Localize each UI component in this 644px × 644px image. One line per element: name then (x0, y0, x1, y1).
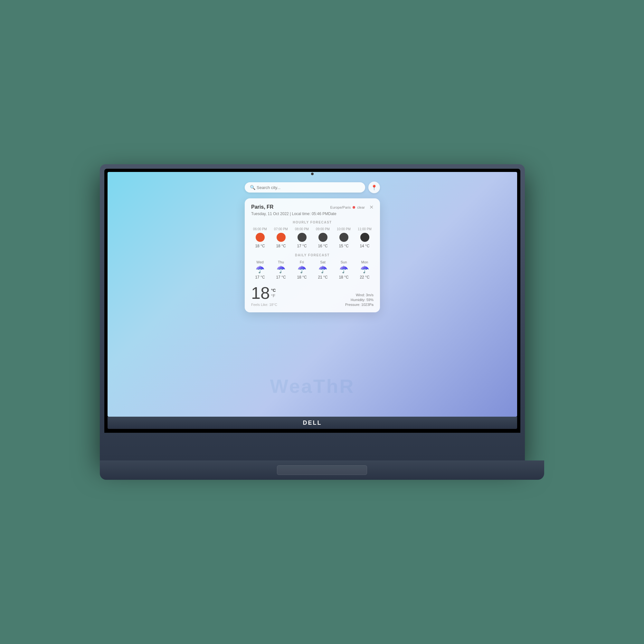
hourly-forecast: 06:00 PM 18 °C 07:00 PM 18 °C (251, 227, 374, 248)
laptop-lid: WeaThR 🔍 📍 (100, 164, 525, 460)
laptop-base (100, 460, 544, 480)
current-temperature: 18 (251, 285, 270, 301)
weather-card: Paris, FR Europe/Paris clear ✕ Tuesday, … (245, 198, 380, 312)
timezone-label: Europe/Paris (330, 205, 351, 209)
hour-item-2: 08:00 PM 17 °C (293, 227, 311, 248)
hour-time-2: 08:00 PM (295, 227, 309, 231)
fahrenheit-button[interactable]: °F (271, 293, 276, 298)
day-label-mon: Mon (361, 260, 368, 264)
celsius-button[interactable]: °C (271, 288, 276, 293)
day-item-thu: Thu ☂️ 17 °C (272, 260, 290, 279)
hour-item-0: 06:00 PM 18 °C (251, 227, 269, 248)
hour-icon-0 (256, 233, 265, 242)
search-input-container[interactable]: 🔍 (245, 182, 365, 193)
search-bar-area: 🔍 📍 (245, 182, 380, 193)
hour-temp-4: 15 °C (339, 244, 348, 248)
location-button[interactable]: 📍 (368, 182, 380, 193)
dell-logo: DELL (303, 420, 322, 426)
hour-time-4: 10:00 PM (337, 227, 351, 231)
day-item-sat: Sat ☂️ 21 °C (314, 260, 332, 279)
hour-icon-5 (360, 233, 369, 242)
pressure-stat: Pressure: 1023Pa (345, 303, 374, 307)
hour-icon-4 (339, 233, 348, 242)
day-temp-thu: 17 °C (276, 275, 286, 279)
hour-time-1: 07:00 PM (274, 227, 288, 231)
day-label-wed: Wed (256, 260, 263, 264)
hour-item-4: 10:00 PM 15 °C (335, 227, 353, 248)
day-temp-mon: 22 °C (360, 275, 369, 279)
hour-temp-5: 14 °C (360, 244, 369, 248)
hour-icon-2 (298, 233, 307, 242)
day-temp-sun: 18 °C (339, 275, 348, 279)
day-icon-sun: ☂️ (339, 265, 348, 274)
day-label-sat: Sat (320, 260, 326, 264)
laptop: WeaThR 🔍 📍 (100, 164, 544, 480)
hour-temp-0: 18 °C (255, 244, 265, 248)
current-temp-area: 18 °C °F Feels Like: 18°C (251, 285, 277, 307)
scene: WeaThR 🔍 📍 (100, 164, 544, 480)
day-item-mon: Mon ☂️ 22 °C (356, 260, 374, 279)
current-section: 18 °C °F Feels Like: 18°C (251, 285, 374, 307)
search-input[interactable] (257, 185, 360, 190)
day-temp-wed: 17 °C (255, 275, 265, 279)
day-label-thu: Thu (278, 260, 284, 264)
day-icon-wed: ☂️ (256, 265, 264, 274)
temp-units: °C °F (271, 288, 276, 298)
screen: WeaThR 🔍 📍 (108, 172, 517, 417)
feels-like: Feels Like: 18°C (251, 303, 277, 307)
location-icon: 📍 (371, 185, 377, 191)
weather-stats: Wind: 3m/s Humidity: 59% Pressure: 1023P… (345, 293, 374, 307)
hour-time-3: 09:00 PM (316, 227, 330, 231)
laptop-bottom-bar: DELL (108, 417, 517, 429)
city-name: Paris, FR (251, 204, 273, 210)
wind-stat: Wind: 3m/s (356, 293, 374, 297)
search-icon: 🔍 (250, 185, 255, 190)
day-temp-sat: 21 °C (318, 275, 327, 279)
daily-label: DAILY FORECAST (251, 253, 374, 257)
hour-temp-2: 17 °C (297, 244, 307, 248)
day-icon-thu: ☂️ (277, 265, 285, 274)
hour-temp-3: 16 °C (318, 244, 327, 248)
camera-dot (311, 173, 314, 175)
temp-main: 18 °C °F (251, 285, 277, 301)
day-label-sun: Sun (341, 260, 347, 264)
hour-icon-1 (277, 233, 286, 242)
day-item-wed: Wed ☂️ 17 °C (251, 260, 269, 279)
timezone-dot (353, 206, 355, 209)
hourly-label: HOURLY FORECAST (251, 221, 374, 224)
daily-forecast: Wed ☂️ 17 °C Thu ☂️ 17 °C (251, 260, 374, 279)
timezone-status: clear (357, 205, 365, 209)
watermark: WeaThR (270, 375, 355, 397)
hour-item-1: 07:00 PM 18 °C (272, 227, 290, 248)
day-icon-fri: ☂️ (298, 265, 306, 274)
hour-item-3: 09:00 PM 16 °C (314, 227, 332, 248)
day-temp-fri: 18 °C (297, 275, 307, 279)
api-credit: OpenWeatherMap API (347, 307, 376, 310)
weather-app: 🔍 📍 Paris, FR (108, 182, 517, 312)
date-time: Tuesday, 11 Oct 2022 | Local time: 05:46… (251, 212, 374, 216)
hour-time-0: 06:00 PM (253, 227, 267, 231)
hour-temp-1: 18 °C (276, 244, 286, 248)
day-item-fri: Fri ☂️ 18 °C (293, 260, 311, 279)
hour-item-5: 11:00 PM 14 °C (356, 227, 374, 248)
day-item-sun: Sun ☂️ 18 °C (335, 260, 353, 279)
card-header: Paris, FR Europe/Paris clear ✕ (251, 204, 374, 210)
day-label-fri: Fri (300, 260, 304, 264)
trackpad[interactable] (277, 465, 367, 475)
screen-bezel: WeaThR 🔍 📍 (104, 169, 520, 433)
day-icon-sat: ☂️ (318, 265, 327, 274)
close-button[interactable]: ✕ (369, 204, 374, 210)
humidity-stat: Humidity: 59% (351, 298, 374, 302)
timezone-info: Europe/Paris clear ✕ (330, 204, 374, 210)
day-icon-mon: ☂️ (360, 265, 369, 274)
hour-time-5: 11:00 PM (358, 227, 372, 231)
hour-icon-3 (318, 233, 327, 242)
